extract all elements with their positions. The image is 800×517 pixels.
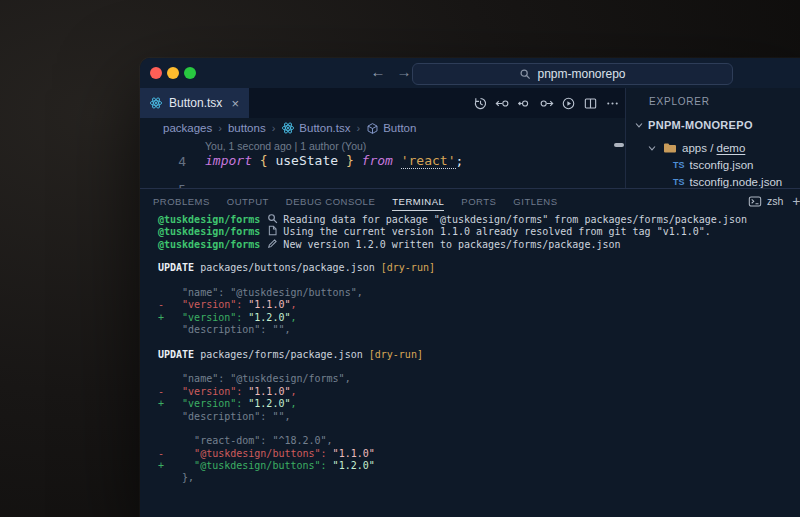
terminal-line: - "version": "1.1.0",: [158, 299, 800, 311]
terminal-text: + "version":: [158, 312, 248, 323]
terminal-output[interactable]: @tuskdesign/formsReading data for packag…: [158, 213, 800, 517]
terminal-text: ,: [290, 386, 296, 397]
terminal-text: "1.1.0": [248, 386, 290, 397]
code-token: [252, 153, 260, 168]
tab-button-tsx[interactable]: Button.tsx ×: [140, 88, 249, 118]
explorer-item-apps-demo[interactable]: apps / demo: [646, 139, 745, 156]
terminal-icon: [748, 195, 762, 208]
breadcrumb-item-button[interactable]: Button: [366, 122, 416, 135]
breadcrumb-item-button-tsx[interactable]: Button.tsx: [281, 121, 350, 135]
close-window-button[interactable]: [150, 67, 162, 79]
code-token: 'react': [401, 153, 456, 169]
run-file-icon[interactable]: [560, 95, 576, 111]
more-actions-icon[interactable]: [604, 95, 620, 111]
explorer-sidebar: EXPLORER PNPM-MONOREPO apps / demoTStsco…: [625, 88, 800, 188]
shell-name[interactable]: zsh: [767, 195, 783, 207]
editor-body[interactable]: You, 1 second ago | 1 author (You) 4 imp…: [140, 138, 625, 188]
close-tab-icon[interactable]: ×: [231, 96, 239, 111]
terminal-text: "description": "",: [158, 324, 290, 335]
panel-tab-output[interactable]: OUTPUT: [227, 192, 269, 210]
terminal-text: - "@tuskdesign/buttons":: [158, 448, 333, 459]
zoom-window-button[interactable]: [184, 67, 196, 79]
terminal-line: UPDATE packages/buttons/package.json [dr…: [158, 262, 800, 274]
breadcrumb-item-packages[interactable]: packages: [163, 122, 212, 134]
terminal-text: "1.1.0": [333, 448, 375, 459]
breadcrumb-item-buttons[interactable]: buttons: [228, 122, 266, 134]
magnifier-icon: [267, 213, 278, 224]
terminal-line: "name": "@tuskdesign/buttons",: [158, 287, 800, 299]
terminal-shell-controls: zsh +: [748, 189, 800, 213]
terminal-text: Using the current version 1.1.0 already …: [283, 226, 710, 237]
terminal-line: + "@tuskdesign/buttons": "1.2.0": [158, 460, 800, 472]
terminal-text: "1.2.0": [333, 460, 375, 471]
code-token: {: [260, 153, 268, 168]
terminal-text: @tuskdesign/forms: [158, 226, 260, 237]
split-editor-icon[interactable]: [582, 95, 598, 111]
tab-label: Button.tsx: [169, 96, 222, 110]
terminal-line: UPDATE packages/forms/package.json [dry-…: [158, 349, 800, 361]
panel-tab-ports[interactable]: PORTS: [461, 192, 496, 210]
panel-tab-gitlens[interactable]: GITLENS: [513, 192, 557, 210]
react-icon: [149, 96, 163, 110]
minimize-window-button[interactable]: [167, 67, 179, 79]
symbol-class-icon: [366, 122, 379, 135]
gitlens-codelens[interactable]: You, 1 second ago | 1 author (You): [205, 140, 366, 152]
ts-icon: TS: [673, 160, 685, 170]
command-center-value: pnpm-monorepo: [537, 67, 625, 81]
terminal-line: - "@tuskdesign/buttons": "1.1.0": [158, 448, 800, 460]
terminal-line: @tuskdesign/formsNew version 1.2.0 writt…: [158, 238, 800, 250]
panel-tab-terminal[interactable]: TERMINAL: [392, 192, 444, 211]
terminal-line: "description": "",: [158, 411, 800, 423]
terminal-line: [158, 275, 800, 287]
terminal-line: @tuskdesign/formsUsing the current versi…: [158, 225, 800, 237]
terminal-text: UPDATE: [158, 262, 194, 273]
explorer-item-tsconfig.json[interactable]: TStsconfig.json: [673, 156, 753, 173]
terminal-text: [dry-run]: [369, 349, 423, 360]
terminal-line: [158, 361, 800, 373]
title-bar: ← → pnpm-monorepo: [140, 58, 800, 88]
chevron-down-icon: [646, 142, 658, 154]
open-changes-next-icon[interactable]: [538, 95, 554, 111]
terminal-text: packages/buttons/package.json: [194, 262, 381, 273]
breadcrumb-separator: ›: [272, 122, 276, 134]
terminal-line: + "version": "1.2.0",: [158, 312, 800, 324]
navigate-back-button[interactable]: ←: [368, 63, 388, 80]
navigate-forward-button[interactable]: →: [394, 63, 414, 80]
breadcrumb-label: packages: [163, 122, 212, 134]
terminal-text: New version 1.2.0 written to packages/fo…: [283, 239, 620, 250]
terminal-line: },: [158, 472, 800, 484]
terminal-line: [158, 336, 800, 348]
open-changes-previous-icon[interactable]: [494, 95, 510, 111]
new-terminal-button[interactable]: +: [792, 193, 800, 209]
explorer-root-folder[interactable]: PNPM-MONOREPO: [633, 119, 753, 131]
code-token: [393, 153, 401, 168]
breadcrumb-separator: ›: [356, 122, 360, 134]
code-token: [354, 153, 362, 168]
ts-icon: TS: [673, 177, 685, 187]
panel-tab-problems[interactable]: PROBLEMS: [153, 192, 210, 210]
breadcrumb-label: Button.tsx: [299, 122, 350, 134]
react-icon: [281, 121, 295, 135]
vscode-window: ← → pnpm-monorepo Button.tsx × packages›…: [140, 58, 800, 517]
panel-tab-debug-console[interactable]: DEBUG CONSOLE: [286, 192, 375, 210]
command-center[interactable]: pnpm-monorepo: [412, 63, 733, 85]
code-token: useState: [268, 153, 346, 168]
pencil-icon: [267, 238, 278, 249]
terminal-line: + "version": "1.2.0",: [158, 398, 800, 410]
chevron-down-icon: [633, 119, 645, 131]
compare-changes-icon[interactable]: [516, 95, 532, 111]
terminal-line: "description": "",: [158, 324, 800, 336]
editor-scrollbar-thumb[interactable]: [614, 143, 624, 147]
terminal-text: @tuskdesign/forms: [158, 239, 260, 250]
folder-icon: [663, 142, 677, 154]
history-icon[interactable]: [472, 95, 488, 111]
explorer-item-label: tsconfig.node.json: [690, 176, 783, 188]
terminal-text: "react-dom": "^18.2.0",: [158, 435, 333, 446]
terminal-line: [158, 250, 800, 262]
terminal-text: "description": "",: [158, 411, 290, 422]
breadcrumb: packages›buttons›Button.tsx›Button: [140, 118, 648, 138]
explorer-item-tsconfig.node.json[interactable]: TStsconfig.node.json: [673, 173, 782, 188]
tab-bar: Button.tsx ×: [140, 88, 625, 118]
terminal-text: "name": "@tuskdesign/forms",: [158, 373, 351, 384]
terminal-text: ,: [290, 299, 296, 310]
